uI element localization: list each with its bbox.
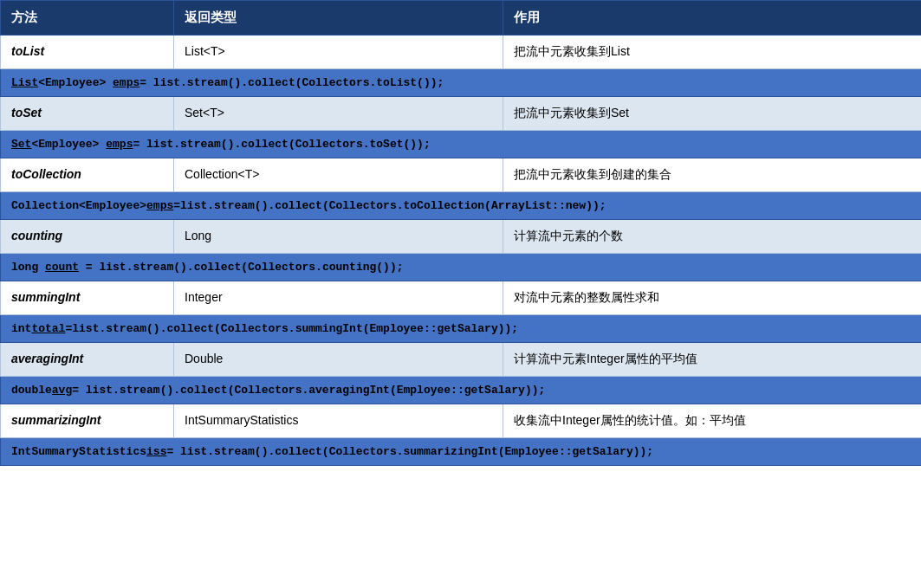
return-type: Double bbox=[174, 343, 503, 377]
table-row: summingInt Integer 对流中元素的整数属性求和 bbox=[1, 281, 922, 315]
method-name: counting bbox=[1, 220, 174, 254]
code-text: doubleavg= list.stream().collect(Collect… bbox=[11, 384, 545, 397]
code-snippet: long count = list.stream().collect(Colle… bbox=[1, 254, 922, 281]
method-name: summarizingInt bbox=[1, 404, 174, 438]
table-code-row: IntSummaryStatisticsiss= list.stream().c… bbox=[1, 438, 922, 466]
description: 把流中元素收集到List bbox=[503, 36, 922, 69]
table-row: averagingInt Double 计算流中元素Integer属性的平均值 bbox=[1, 343, 922, 377]
table-code-row: doubleavg= list.stream().collect(Collect… bbox=[1, 377, 922, 404]
table-code-row: inttotal=list.stream().collect(Collector… bbox=[1, 315, 922, 343]
code-snippet: IntSummaryStatisticsiss= list.stream().c… bbox=[1, 438, 922, 466]
return-type: IntSummaryStatistics bbox=[174, 404, 503, 438]
table-code-row: Collection<Employee>emps=list.stream().c… bbox=[1, 192, 922, 220]
header-description: 作用 bbox=[503, 1, 922, 36]
return-type: Integer bbox=[174, 281, 503, 315]
description: 把流中元素收集到创建的集合 bbox=[503, 158, 922, 192]
table-row: summarizingInt IntSummaryStatistics 收集流中… bbox=[1, 404, 922, 438]
code-text: Collection<Employee>emps=list.stream().c… bbox=[11, 199, 606, 212]
description: 收集流中Integer属性的统计值。如：平均值 bbox=[503, 404, 922, 438]
return-type: Collection<T> bbox=[174, 158, 503, 192]
table-row: toList List<T> 把流中元素收集到List bbox=[1, 36, 922, 69]
code-snippet: List<Employee> emps= list.stream().colle… bbox=[1, 69, 922, 97]
method-name: summingInt bbox=[1, 281, 174, 315]
code-snippet: Set<Employee> emps= list.stream().collec… bbox=[1, 131, 922, 158]
table-code-row: long count = list.stream().collect(Colle… bbox=[1, 254, 922, 281]
table-row: toSet Set<T> 把流中元素收集到Set bbox=[1, 97, 922, 131]
table-code-row: List<Employee> emps= list.stream().colle… bbox=[1, 69, 922, 97]
description: 计算流中元素的个数 bbox=[503, 220, 922, 254]
method-name: toSet bbox=[1, 97, 174, 131]
return-type: Long bbox=[174, 220, 503, 254]
code-text: long count = list.stream().collect(Colle… bbox=[11, 261, 404, 274]
table-code-row: Set<Employee> emps= list.stream().collec… bbox=[1, 131, 922, 158]
description: 对流中元素的整数属性求和 bbox=[503, 281, 922, 315]
code-snippet: doubleavg= list.stream().collect(Collect… bbox=[1, 377, 922, 404]
description: 计算流中元素Integer属性的平均值 bbox=[503, 343, 922, 377]
table-header-row: 方法 返回类型 作用 bbox=[1, 1, 922, 36]
description: 把流中元素收集到Set bbox=[503, 97, 922, 131]
method-name: averagingInt bbox=[1, 343, 174, 377]
header-method: 方法 bbox=[1, 1, 174, 36]
code-text: IntSummaryStatisticsiss= list.stream().c… bbox=[11, 445, 653, 458]
code-snippet: inttotal=list.stream().collect(Collector… bbox=[1, 315, 922, 343]
code-text: inttotal=list.stream().collect(Collector… bbox=[11, 322, 518, 335]
table-row: toCollection Collection<T> 把流中元素收集到创建的集合 bbox=[1, 158, 922, 192]
code-text: Set<Employee> emps= list.stream().collec… bbox=[11, 138, 431, 151]
method-name: toCollection bbox=[1, 158, 174, 192]
code-text: List<Employee> emps= list.stream().colle… bbox=[11, 76, 444, 89]
header-return-type: 返回类型 bbox=[174, 1, 503, 36]
code-snippet: Collection<Employee>emps=list.stream().c… bbox=[1, 192, 922, 220]
table-row: counting Long 计算流中元素的个数 bbox=[1, 220, 922, 254]
collectors-table: 方法 返回类型 作用 toList List<T> 把流中元素收集到List L… bbox=[0, 0, 921, 466]
return-type: List<T> bbox=[174, 36, 503, 69]
method-name: toList bbox=[1, 36, 174, 69]
return-type: Set<T> bbox=[174, 97, 503, 131]
